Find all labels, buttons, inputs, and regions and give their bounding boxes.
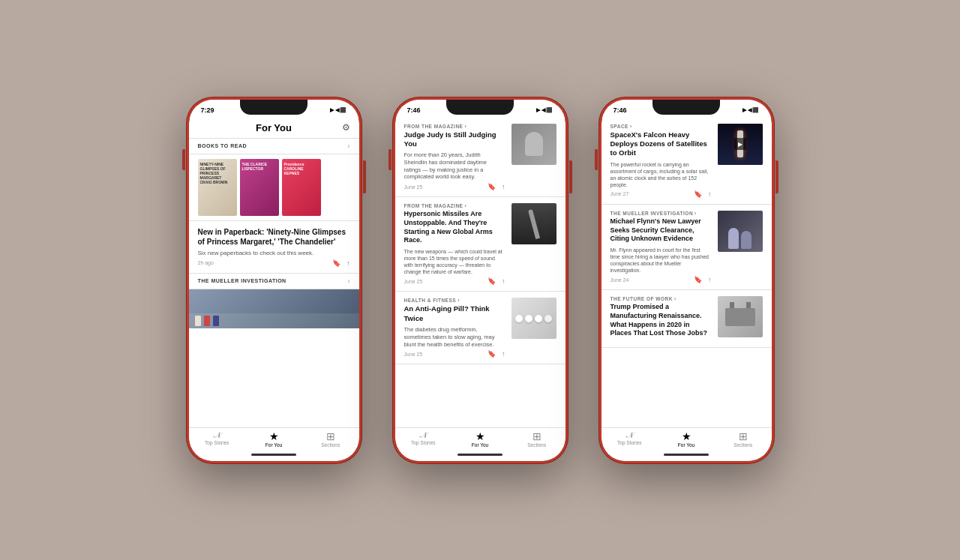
mueller-title: Michael Flynn's New Lawyer Seeks Securit…: [610, 217, 712, 244]
bookmark-icon-4[interactable]: 🔖: [488, 350, 496, 358]
mueller-arrow-icon: ›: [348, 277, 350, 285]
tab-for-you-3[interactable]: ★ For You: [658, 431, 715, 448]
article-missiles[interactable]: FROM THE MAGAZINE › Hypersonic Missiles …: [395, 197, 566, 292]
tab-top-stories-label-2: Top Stories: [411, 440, 436, 445]
spacex-desc: The powerful rocket is carrying an assor…: [610, 161, 712, 188]
mueller-section-header[interactable]: THE MUELLER INVESTIGATION ›: [189, 274, 359, 289]
chevron-icon-2: ›: [464, 203, 466, 208]
share-icon-s1[interactable]: ↑: [708, 190, 712, 198]
article-title: New in Paperback: 'Ninety-Nine Glimpses …: [198, 227, 350, 247]
notch-3: [652, 100, 720, 115]
article-spacex-text: SPACE › SpaceX's Falcon Heavy Deploys Do…: [610, 124, 712, 198]
tab-bar-3: 𝒩 Top Stories ★ For You ⊞ Sections: [602, 427, 772, 449]
book-cover-1[interactable]: NINETY-NINE GLIMPSES OF PRINCESS MARGARE…: [198, 159, 237, 216]
article-card-paperback[interactable]: New in Paperback: 'Ninety-Nine Glimpses …: [189, 221, 359, 274]
nyt-logo-icon: 𝒩: [214, 431, 220, 439]
antiaging-desc: The diabetes drug metformin, sometimes t…: [404, 326, 506, 348]
tab-for-you[interactable]: ★ For You: [245, 431, 302, 448]
play-button[interactable]: ▶: [734, 138, 746, 150]
status-icons: ▶ ◀ ⬛: [330, 107, 347, 113]
tab-top-stories[interactable]: 𝒩 Top Stories: [189, 431, 246, 448]
share-icon-s2[interactable]: ↑: [708, 276, 712, 283]
status-icons-3: ▶ ◀ ⬛: [742, 107, 760, 113]
chevron-icon-3: ›: [458, 298, 460, 303]
tab-sections-label: Sections: [321, 442, 340, 448]
share-icon[interactable]: ↑: [346, 259, 350, 267]
grid-icon-3: ⊞: [739, 431, 748, 442]
article-actions: 🔖 ↑: [332, 259, 350, 267]
mueller-image-p3: [718, 211, 763, 252]
spacex-image: ▶: [718, 124, 763, 165]
settings-icon[interactable]: ⚙: [342, 122, 350, 133]
judge-judy-desc: For more than 20 years, Judith Sheindlin…: [404, 151, 506, 181]
tab-top-stories-label: Top Stories: [205, 440, 230, 445]
article-desc: Six new paperbacks to check out this wee…: [198, 250, 350, 257]
book-title-1: NINETY-NINE GLIMPSES OF PRINCESS MARGARE…: [200, 162, 235, 184]
article-mueller-text: THE MUELLER INVESTIGATION › Michael Flyn…: [610, 211, 712, 283]
tab-sections[interactable]: ⊞ Sections: [302, 431, 359, 448]
future-work-label: THE FUTURE OF WORK ›: [610, 296, 712, 301]
star-icon: ★: [269, 431, 279, 442]
power-button: [363, 160, 366, 193]
judge-judy-image: [512, 124, 556, 165]
article-judge-judy[interactable]: FROM THE MAGAZINE › Judge Judy Is Still …: [395, 118, 566, 198]
page-title: For You: [256, 122, 292, 133]
star-icon-3: ★: [682, 431, 692, 442]
missiles-meta: June 25 🔖 ↑: [404, 277, 506, 285]
books-section-header[interactable]: BOOKS TO READ ›: [189, 139, 359, 154]
books-arrow-icon: ›: [348, 142, 350, 150]
tab-top-stories-label-3: Top Stories: [617, 440, 642, 445]
tab-bar-2: 𝒩 Top Stories ★ For You ⊞ Sections: [395, 427, 566, 449]
tab-sections-3[interactable]: ⊞ Sections: [715, 431, 772, 448]
for-you-header: For You ⚙: [189, 118, 359, 139]
mueller-desc: Mr. Flynn appeared in court for the firs…: [610, 247, 712, 274]
notch: [240, 100, 308, 115]
article-spacex[interactable]: SPACE › SpaceX's Falcon Heavy Deploys Do…: [602, 118, 772, 205]
home-indicator: [189, 449, 359, 461]
tab-sections-2[interactable]: ⊞ Sections: [508, 431, 566, 448]
share-icon-4[interactable]: ↑: [502, 350, 506, 358]
article-antiaging[interactable]: HEALTH & FITNESS › An Anti-Aging Pill? T…: [395, 292, 566, 364]
volume-button-2: [388, 149, 392, 170]
judge-judy-title: Judge Judy Is Still Judging You: [404, 130, 506, 149]
mueller-actions: 🔖 ↑: [694, 276, 712, 283]
bookmark-icon-s2[interactable]: 🔖: [694, 276, 702, 283]
bookmark-icon-s1[interactable]: 🔖: [694, 190, 702, 198]
status-time-3: 7:46: [614, 106, 627, 114]
from-mag-label-2: FROM THE MAGAZINE ›: [404, 203, 506, 208]
tab-for-you-label: For You: [266, 442, 282, 448]
antiaging-title: An Anti-Aging Pill? Think Twice: [404, 304, 506, 323]
volume-button: [182, 149, 185, 170]
grid-icon-2: ⊞: [532, 431, 542, 442]
tab-top-stories-3[interactable]: 𝒩 Top Stories: [602, 431, 658, 448]
missiles-actions: 🔖 ↑: [488, 277, 506, 285]
mueller-date: June 24: [610, 277, 629, 283]
star-icon-2: ★: [476, 431, 485, 442]
article-manufacturing[interactable]: THE FUTURE OF WORK › Trump Promised a Ma…: [602, 290, 772, 348]
book-cover-2[interactable]: THE CLARICE LISPECTOR: [240, 159, 279, 216]
book-title-2: THE CLARICE LISPECTOR: [242, 162, 277, 171]
bookmark-icon-3[interactable]: 🔖: [488, 277, 496, 285]
antiaging-actions: 🔖 ↑: [488, 350, 506, 358]
missiles-date: June 25: [404, 279, 423, 284]
bookmark-icon-2[interactable]: 🔖: [488, 183, 496, 190]
tab-for-you-label-3: For You: [678, 442, 694, 448]
health-fitness-label: HEALTH & FITNESS ›: [404, 298, 506, 303]
missiles-desc: The new weapons — which could travel at …: [404, 248, 506, 275]
bookmark-icon[interactable]: 🔖: [332, 259, 340, 267]
article-missiles-text: FROM THE MAGAZINE › Hypersonic Missiles …: [404, 203, 506, 285]
phone-2: 7:46 ▶ ◀ ⬛ FROM THE MAGAZINE › Judge Jud…: [392, 97, 568, 464]
chevron-icon: ›: [464, 124, 466, 129]
share-icon-2[interactable]: ↑: [502, 183, 506, 190]
status-time: 7:29: [201, 106, 214, 114]
book-cover-3[interactable]: Providence CAROLINE KEPNES: [282, 159, 321, 216]
tab-top-stories-2[interactable]: 𝒩 Top Stories: [395, 431, 452, 448]
article-mueller[interactable]: THE MUELLER INVESTIGATION › Michael Flyn…: [602, 205, 772, 290]
tab-for-you-2[interactable]: ★ For You: [452, 431, 508, 448]
mueller-image-bg: [189, 289, 359, 328]
phone-3: 7:46 ▶ ◀ ⬛ SPACE › SpaceX's Falcon Heavy…: [598, 97, 775, 464]
screen-content-3: SPACE › SpaceX's Falcon Heavy Deploys Do…: [602, 118, 772, 427]
volume-button-3: [595, 149, 598, 170]
power-button-2: [569, 160, 572, 193]
share-icon-3[interactable]: ↑: [502, 277, 506, 285]
